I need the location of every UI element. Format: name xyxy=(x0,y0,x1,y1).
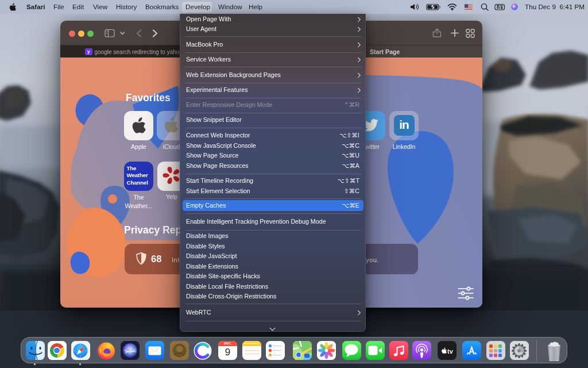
svg-text:tv: tv xyxy=(447,348,454,355)
